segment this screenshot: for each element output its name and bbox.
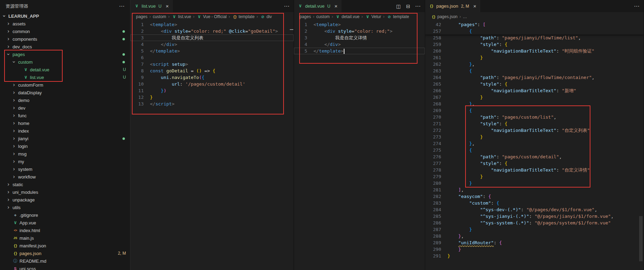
tab-pages-json[interactable]: {}pages.json2, M× (425, 0, 480, 12)
tree-item-readme-md[interactable]: ⓘREADME.md (0, 257, 130, 265)
tree-item-detail-vue[interactable]: Vdetail.vueU (0, 66, 130, 73)
tree-item-demo[interactable]: ›demo (0, 96, 130, 104)
code-line: 259 "style": { (425, 41, 644, 48)
code-token: </ (150, 48, 156, 54)
chevron-right-icon: › (11, 128, 17, 134)
editor-group-pages-json: {}pages.json2, M×⋯{}pages.json›…42 "page… (425, 0, 644, 270)
vue-icon: V (335, 14, 341, 19)
tree-item-home[interactable]: ›home (0, 119, 130, 127)
breadcrumb-item[interactable]: Vlist.vue (172, 14, 191, 19)
breadcrumb-label: Vetur (371, 14, 381, 19)
code-line: 282 "easycom": { (425, 193, 644, 200)
chevron-right-icon: › (6, 205, 11, 210)
breadcrumb-item[interactable]: {}template (232, 14, 255, 19)
tree-item-components[interactable]: ›components (0, 35, 130, 43)
tree-item-custom[interactable]: ›custom (0, 58, 130, 66)
breadcrumb-item[interactable]: ⊘div (260, 14, 272, 19)
tree-item-main-js[interactable]: JSmain.js (0, 234, 130, 242)
tree-item-index[interactable]: ›index (0, 127, 130, 135)
tree-item-app-vue[interactable]: VApp.vue (0, 219, 130, 227)
code-line-content: { (441, 147, 472, 153)
more-icon[interactable]: ⋯ (634, 3, 639, 9)
breadcrumb-item[interactable]: custom (316, 14, 330, 19)
code-token (447, 48, 491, 54)
layout-icon[interactable]: ⊟ (405, 3, 411, 9)
tree-item-uni-scss[interactable]: Suni.scss (0, 265, 130, 270)
code-token: , (461, 233, 464, 239)
tree-item-customform[interactable]: ›customForm (0, 81, 130, 89)
tree-item-static[interactable]: ›static (0, 181, 130, 188)
tree-item-label: home (18, 121, 30, 126)
code-line-content: <div style="color: red;"> (307, 28, 392, 34)
tree-item-index-html[interactable]: <>index.html (0, 227, 130, 234)
breadcrumb: {}pages.json›… (425, 12, 644, 21)
code-token: : (556, 167, 562, 173)
tree-item-assets[interactable]: ›assets (0, 20, 130, 27)
code-line: 12} (130, 94, 294, 101)
tree-item-uni-modules[interactable]: ›uni_modules (0, 188, 130, 196)
tree-item-label: pages (13, 52, 25, 57)
tree-item-common[interactable]: ›common (0, 27, 130, 35)
more-icon[interactable]: ⋯ (284, 3, 289, 9)
tree-item-pages[interactable]: ›pages (0, 50, 130, 58)
tree-item-jianyi[interactable]: ›jianyi (0, 135, 130, 142)
code-token: } (480, 95, 483, 100)
line-number: 4 (130, 41, 144, 48)
code-line-content: ], (441, 186, 464, 193)
more-icon[interactable]: ⋯ (415, 3, 421, 9)
tree-item-workflow[interactable]: ›workflow (0, 173, 130, 181)
breadcrumb-item[interactable]: VVetur (365, 14, 381, 19)
more-actions-icon[interactable]: ⋯ (119, 3, 125, 9)
split_editor-icon[interactable]: ◫ (396, 3, 401, 9)
tree-item-dev[interactable]: ›dev (0, 104, 130, 112)
tree-item-pages-json[interactable]: {}pages.json2, M (0, 249, 130, 257)
tree-item-label: workflow (18, 174, 36, 180)
breadcrumb-item[interactable]: Vdetail.vue (335, 14, 359, 19)
tree-item-func[interactable]: ›func (0, 112, 130, 119)
tree-item-label: my (18, 159, 24, 164)
breadcrumb-item[interactable]: … (463, 14, 467, 19)
tree-item-list-vue[interactable]: Vlist.vueU (0, 73, 130, 81)
line-number: 277 (425, 160, 441, 167)
tab-list-vue[interactable]: Vlist.vueU× (130, 0, 173, 12)
breadcrumb-item[interactable]: pages (300, 14, 311, 19)
tree-item-login[interactable]: ›login (0, 142, 130, 150)
close-icon[interactable]: × (166, 3, 169, 9)
code-token (447, 101, 469, 106)
scrollbar-thumb[interactable] (639, 216, 643, 261)
json-icon: {} (431, 14, 436, 19)
breadcrumb-separator-icon: › (256, 14, 259, 19)
code-line-content: }, (441, 233, 464, 239)
code-token: < (161, 29, 164, 34)
tree-item-manifest-json[interactable]: {}manifest.json (0, 242, 130, 249)
tree-item-dev-docs[interactable]: ›dev_docs (0, 43, 130, 50)
code-token: "goDetail" (248, 29, 275, 34)
breadcrumb-item[interactable]: VVue - Official (196, 14, 226, 19)
tab-detail-vue[interactable]: Vdetail.vueU× (294, 0, 341, 12)
breadcrumb-item[interactable]: custom (153, 14, 166, 19)
code-editor[interactable]: 1<template>2 <div style="color: red;">3 … (294, 21, 425, 270)
tab-label: list.vue (142, 3, 156, 9)
breadcrumb-item[interactable]: ⊘template (387, 14, 409, 19)
close-icon[interactable]: × (473, 3, 476, 9)
breadcrumb-item[interactable]: pages (136, 14, 148, 19)
tree-item-system[interactable]: ›system (0, 165, 130, 173)
vue-icon: V (23, 74, 29, 80)
code-token: : (499, 161, 505, 166)
tree-item-gitignore[interactable]: ◆.gitignore (0, 211, 130, 219)
tree-root-learun-app[interactable]: › LEARUN_APP (0, 12, 130, 20)
tree-item-datadisplay[interactable]: ›dataDisplay (0, 89, 130, 96)
code-editor[interactable]: 42 "pages": [257 {258 "path": "pages/jia… (425, 21, 644, 270)
close-icon[interactable]: × (334, 3, 337, 9)
breadcrumb-item[interactable]: {}pages.json (431, 14, 458, 19)
tree-item-my[interactable]: ›my (0, 158, 130, 165)
tree-item-unpackage[interactable]: ›unpackage (0, 196, 130, 204)
code-line: 258 "path": "pages/jianyi/flowTime/list"… (425, 34, 644, 41)
tree-item-msg[interactable]: ›msg (0, 150, 130, 158)
code-token: > (390, 29, 392, 34)
tree-item-utils[interactable]: ›utils (0, 204, 130, 211)
code-editor[interactable]: 1<template>2 <div style="color: red;" @c… (130, 21, 294, 270)
breadcrumb-separator-icon: › (168, 14, 170, 19)
code-token: } (458, 233, 461, 239)
code-line-content: "style": { (441, 160, 507, 167)
